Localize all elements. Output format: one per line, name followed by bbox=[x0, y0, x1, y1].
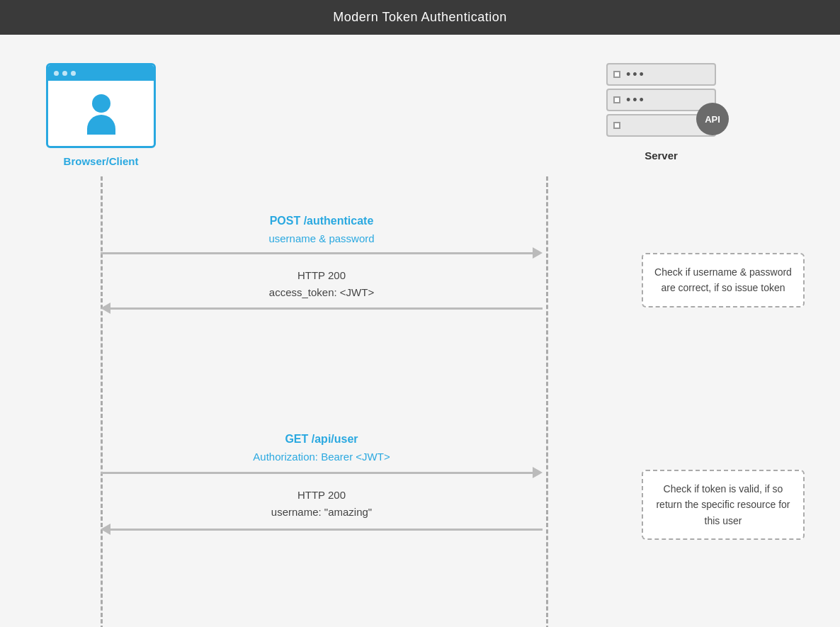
infobox2-text: Check if token is valid, if so return th… bbox=[656, 483, 790, 526]
flow2-label-text: GET /api/user Authorization: Bearer <JWT… bbox=[101, 430, 543, 465]
browser-window bbox=[46, 63, 156, 148]
server-square-3 bbox=[613, 122, 620, 129]
server-unit-3: API bbox=[606, 114, 716, 137]
server-square-2 bbox=[613, 96, 620, 103]
browser-titlebar bbox=[48, 65, 154, 81]
flow2-label: GET /api/user Authorization: Bearer <JWT… bbox=[101, 430, 543, 465]
flow2-arrow-left bbox=[101, 524, 543, 535]
info-box-1: Check if username & password are correct… bbox=[642, 253, 805, 307]
flow1-method: POST /authenticate bbox=[101, 212, 543, 230]
flow1-response-label: HTTP 200 access_token: <JWT> bbox=[101, 267, 543, 301]
flow1-response-label-text: HTTP 200 access_token: <JWT> bbox=[101, 267, 543, 301]
person-icon bbox=[87, 94, 115, 135]
flow1-label: POST /authenticate username & password bbox=[101, 212, 543, 247]
flow2-response-label: HTTP 200 username: "amazing" bbox=[101, 487, 543, 521]
browser-dot-3 bbox=[71, 71, 76, 76]
server-unit-1: ••• bbox=[606, 63, 716, 86]
page-title: Modern Token Authentication bbox=[0, 0, 840, 35]
flow1-arrow-line bbox=[101, 252, 533, 254]
person-head bbox=[92, 94, 110, 113]
flow2-response-arrow-line bbox=[110, 529, 543, 531]
flow1-response-code: HTTP 200 bbox=[101, 267, 543, 284]
dashed-line-server bbox=[546, 176, 548, 627]
flow2-arrow-right bbox=[101, 467, 543, 478]
flow1-detail: username & password bbox=[101, 230, 543, 247]
flow2-response-detail: username: "amazing" bbox=[101, 504, 543, 521]
flow2-detail: Authorization: Bearer <JWT> bbox=[101, 448, 543, 465]
flow1-arrow-right bbox=[101, 247, 543, 259]
server-dots-2: ••• bbox=[626, 94, 646, 106]
browser-label: Browser/Client bbox=[42, 155, 159, 167]
flow1-response-detail: access_token: <JWT> bbox=[101, 284, 543, 301]
server-icon: ••• ••• API Server bbox=[606, 63, 716, 162]
infobox1-text: Check if username & password are correct… bbox=[654, 266, 792, 293]
flow1-arrow-head bbox=[533, 247, 543, 259]
flow2-response-label-text: HTTP 200 username: "amazing" bbox=[101, 487, 543, 521]
browser-dot-1 bbox=[54, 71, 59, 76]
server-dots-1: ••• bbox=[626, 68, 646, 81]
flow1-response-arrow-head bbox=[101, 303, 110, 314]
flow2-method: GET /api/user bbox=[101, 430, 543, 448]
server-square-1 bbox=[613, 71, 620, 78]
flow2-arrow-line bbox=[101, 472, 533, 474]
server-label: Server bbox=[606, 149, 716, 162]
api-badge: API bbox=[696, 103, 729, 135]
info-box-2: Check if token is valid, if so return th… bbox=[642, 470, 805, 540]
browser-client-icon: Browser/Client bbox=[42, 63, 159, 167]
person-body bbox=[87, 115, 115, 135]
flow2-arrow-head bbox=[533, 467, 543, 478]
flow1-arrow-left bbox=[101, 303, 543, 314]
browser-dot-2 bbox=[62, 71, 67, 76]
browser-body bbox=[48, 81, 154, 148]
flow2-response-arrow-head bbox=[101, 524, 110, 535]
flow1-response-arrow-line bbox=[110, 307, 543, 310]
server-stack: ••• ••• API bbox=[606, 63, 716, 140]
header-title-text: Modern Token Authentication bbox=[333, 10, 506, 24]
diagram-area: Browser/Client ••• ••• API Server POST /… bbox=[0, 35, 840, 625]
flow2-response-code: HTTP 200 bbox=[101, 487, 543, 504]
flow1-label-text: POST /authenticate username & password bbox=[101, 212, 543, 247]
